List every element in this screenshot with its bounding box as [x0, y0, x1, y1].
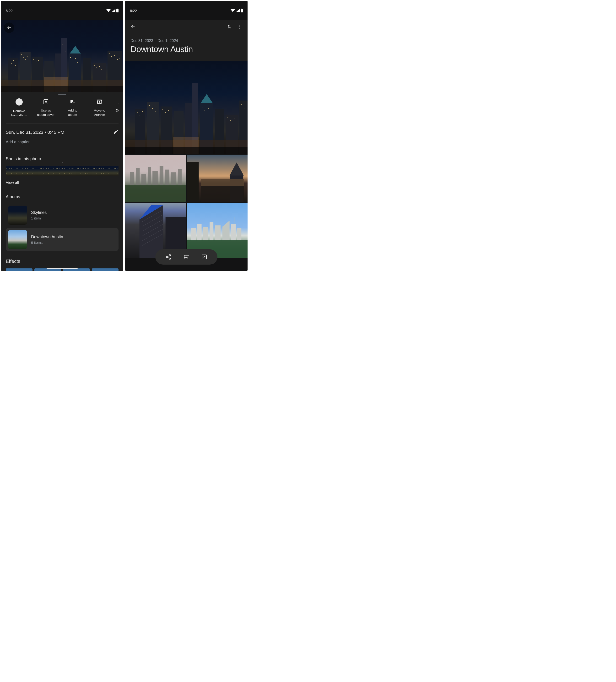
- svg-rect-85: [195, 102, 196, 102]
- svg-rect-20: [25, 59, 26, 60]
- svg-rect-39: [101, 69, 102, 69]
- svg-rect-42: [114, 55, 115, 56]
- svg-rect-84: [194, 96, 195, 96]
- signal-icon: [236, 9, 240, 12]
- arrow-back-icon: [130, 24, 135, 29]
- shots-strip[interactable]: [6, 166, 118, 176]
- svg-rect-22: [29, 62, 29, 62]
- svg-rect-80: [162, 109, 163, 110]
- album-screen: 8:22 Dec 31, 2023 – Dec 1, 2024 Downtown…: [125, 1, 247, 271]
- svg-line-135: [168, 256, 170, 257]
- swap-vert-icon: [227, 24, 232, 29]
- app-bar: [125, 20, 247, 33]
- album-count: 1 item: [31, 216, 47, 220]
- share-button[interactable]: [164, 254, 173, 260]
- svg-rect-40: [109, 53, 110, 54]
- floating-action-bar: [155, 249, 217, 265]
- more-vert-icon: [237, 24, 243, 29]
- svg-rect-14: [9, 61, 10, 61]
- svg-rect-17: [15, 65, 16, 66]
- playlist-add-icon: [69, 98, 76, 105]
- svg-marker-126: [222, 221, 229, 241]
- share-icon: [166, 254, 171, 260]
- svg-rect-107: [187, 162, 199, 202]
- svg-rect-101: [152, 171, 158, 186]
- move-to-archive-button[interactable]: Move to Archive: [86, 98, 113, 117]
- battery-icon: [116, 8, 118, 13]
- add-photo-icon: [183, 254, 189, 260]
- svg-rect-52: [70, 102, 72, 103]
- svg-rect-102: [160, 166, 163, 186]
- svg-rect-50: [70, 100, 73, 101]
- sort-button[interactable]: [224, 22, 235, 32]
- svg-rect-77: [149, 105, 150, 106]
- svg-rect-58: [241, 9, 243, 13]
- svg-rect-27: [62, 44, 63, 44]
- edit-date-button[interactable]: [113, 129, 118, 135]
- drag-handle[interactable]: [58, 94, 66, 95]
- svg-rect-26: [41, 64, 41, 65]
- album-date-range: Dec 31, 2023 – Dec 1, 2024: [130, 39, 242, 43]
- overflow-button[interactable]: [235, 22, 245, 32]
- arrow-back-icon: [6, 25, 12, 30]
- back-button[interactable]: [128, 22, 138, 32]
- svg-rect-18: [21, 54, 22, 55]
- svg-point-132: [169, 254, 171, 256]
- view-all-shots-button[interactable]: View all: [6, 181, 118, 185]
- svg-point-60: [239, 25, 240, 26]
- remove-from-album-button[interactable]: Remove from album: [6, 98, 32, 117]
- svg-rect-43: [117, 59, 118, 60]
- edit-album-button[interactable]: [199, 254, 209, 260]
- svg-rect-29: [65, 51, 65, 52]
- action-row: Remove from album Use as album cover Add…: [6, 98, 118, 123]
- status-bar: 8:22: [125, 1, 247, 20]
- grid-photo-3[interactable]: [187, 155, 247, 202]
- svg-point-62: [239, 28, 240, 29]
- grid-photo-2[interactable]: [125, 155, 186, 202]
- home-indicator[interactable]: [47, 268, 78, 269]
- svg-rect-23: [34, 59, 34, 60]
- svg-point-61: [239, 26, 240, 27]
- action-label-1: Add to: [68, 108, 77, 113]
- shots-indicator: [6, 162, 118, 163]
- svg-rect-105: [178, 169, 182, 186]
- svg-rect-35: [78, 62, 78, 63]
- svg-rect-21: [27, 56, 27, 56]
- use-as-cover-button[interactable]: Use as album cover: [32, 98, 59, 117]
- svg-rect-32: [70, 57, 71, 58]
- svg-rect-34: [75, 58, 76, 59]
- svg-rect-48: [18, 102, 20, 102]
- svg-rect-41: [111, 56, 112, 57]
- photo-preview[interactable]: [1, 20, 123, 92]
- action-label-2: album: [68, 113, 77, 117]
- grid-photo-1[interactable]: [125, 61, 247, 154]
- svg-rect-0: [116, 9, 118, 13]
- back-button[interactable]: [4, 22, 14, 33]
- svg-rect-79: [155, 111, 156, 112]
- album-downtown-austin[interactable]: Downtown Austin 9 items: [6, 228, 118, 251]
- svg-rect-31: [65, 61, 65, 61]
- skyline-art: [125, 155, 186, 202]
- photo-detail-screen: 8:22: [1, 1, 123, 271]
- caption-input[interactable]: Add a caption…: [6, 140, 118, 144]
- action-label-1: Down: [116, 108, 118, 113]
- svg-rect-83: [193, 90, 193, 90]
- download-button[interactable]: Down: [113, 98, 118, 117]
- svg-rect-74: [137, 112, 138, 113]
- svg-point-134: [169, 258, 171, 259]
- svg-rect-1: [117, 8, 118, 9]
- action-label-2: Archive: [94, 113, 105, 117]
- add-to-album-button[interactable]: Add to album: [59, 98, 86, 117]
- pencil-icon: [113, 129, 118, 134]
- svg-rect-127: [231, 224, 236, 241]
- svg-rect-97: [130, 172, 134, 186]
- svg-rect-33: [73, 60, 73, 61]
- svg-rect-88: [208, 108, 208, 109]
- add-photos-button[interactable]: [182, 254, 191, 260]
- album-skylines[interactable]: Skylines 1 item: [6, 204, 118, 227]
- svg-rect-37: [96, 67, 97, 68]
- svg-rect-100: [148, 167, 151, 186]
- svg-rect-81: [166, 112, 166, 113]
- svg-rect-38: [99, 66, 100, 67]
- svg-rect-99: [141, 174, 146, 186]
